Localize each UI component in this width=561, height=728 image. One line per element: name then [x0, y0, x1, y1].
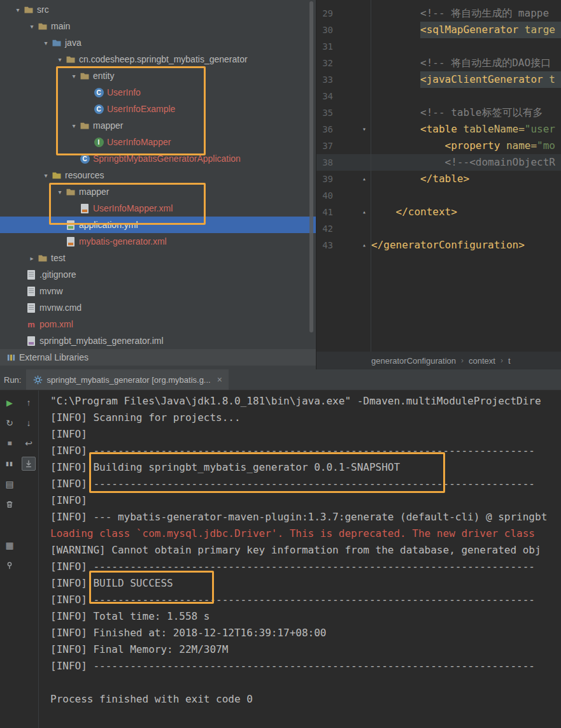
- tree-item-mapper[interactable]: ▾mapper: [0, 183, 316, 200]
- stop-icon[interactable]: ■: [3, 436, 17, 450]
- tree-item-application-yml[interactable]: application.yml: [0, 217, 316, 233]
- libraries-icon: [5, 352, 17, 362]
- editor-line-38[interactable]: 38 <!--<domainObjectR: [316, 154, 561, 171]
- code-text: </generatorConfiguration>: [371, 237, 561, 253]
- clear-all-icon[interactable]: [3, 497, 17, 511]
- editor-line-33[interactable]: 33 <javaClientGenerator t: [316, 71, 561, 88]
- editor-line-37[interactable]: 37 <property name="mo: [316, 138, 561, 154]
- soft-wrap-icon[interactable]: ↩: [22, 436, 36, 450]
- breadcrumb-item-t[interactable]: t: [508, 356, 511, 366]
- fold-down-icon[interactable]: ▾: [333, 121, 371, 138]
- line-number: 35: [316, 104, 333, 121]
- restore-layout-icon[interactable]: ▤: [3, 477, 17, 491]
- console-line-16: [INFO] Final Memory: 22M/307M: [50, 641, 561, 658]
- run-icon[interactable]: ▶: [3, 396, 17, 410]
- console-line-19: Process finished with exit code 0: [50, 691, 561, 708]
- rerun-icon[interactable]: ↻: [3, 416, 17, 430]
- code-token: <!-- 将自动生成的DAO接口: [420, 57, 551, 69]
- tree-item-src[interactable]: ▾src: [0, 1, 316, 18]
- fold-up-icon[interactable]: ▴: [333, 171, 371, 187]
- tree-item-java[interactable]: ▾java: [0, 34, 316, 51]
- line-number: 36: [316, 121, 333, 138]
- tree-item-resources[interactable]: ▾resources: [0, 167, 316, 183]
- chevron-down-icon[interactable]: ▾: [41, 172, 51, 179]
- editor-line-42[interactable]: 42: [316, 220, 561, 237]
- chevron-down-icon[interactable]: ▾: [55, 189, 65, 196]
- code-token: "mo: [537, 139, 555, 152]
- chevron-down-icon[interactable]: ▾: [69, 122, 79, 129]
- class-icon: C: [93, 87, 104, 97]
- run-configuration-tab[interactable]: springbt_mybatis_generator [org.mybatis.…: [26, 369, 228, 390]
- code-text: [420, 187, 561, 204]
- code-text: [420, 88, 561, 104]
- code-text: <!-- 将自动生成的 mappe: [420, 5, 561, 22]
- tree-item-test[interactable]: ▸test: [0, 250, 316, 266]
- tree-item-userinfomapper-xml[interactable]: UserInfoMapper.xml: [0, 200, 316, 217]
- tree-item-gitignore[interactable]: .gitignore: [0, 266, 316, 283]
- code-text: [396, 220, 561, 237]
- indent: [371, 55, 420, 71]
- indent: [371, 220, 396, 237]
- tree-item-springbtmybatisgeneratorapplication[interactable]: CSpringbtMybatisGeneratorApplication: [0, 150, 316, 167]
- tree-item-label: UserInfo: [107, 87, 141, 97]
- chevron-down-icon[interactable]: ▾: [41, 39, 51, 46]
- tree-item-external-libraries[interactable]: External Libraries: [0, 349, 316, 366]
- layout-grid-icon[interactable]: ▦: [3, 538, 17, 552]
- scroll-up-icon[interactable]: ↑: [22, 396, 36, 410]
- editor-line-43[interactable]: 43▴</generatorConfiguration>: [316, 237, 561, 253]
- tree-item-userinfo[interactable]: CUserInfo: [0, 84, 316, 101]
- tree-item-main[interactable]: ▾main: [0, 18, 316, 34]
- breadcrumb-separator: ›: [461, 356, 464, 365]
- editor-line-36[interactable]: 36▾ <table tableName="user: [316, 121, 561, 138]
- chevron-down-icon[interactable]: ▾: [13, 6, 23, 13]
- tree-item-springbt-mybatis-generator-iml[interactable]: springbt_mybatis_generator.iml: [0, 332, 316, 349]
- indent: [371, 187, 420, 204]
- tree-item-mybatis-generator-xml[interactable]: mybatis-generator.xml: [0, 233, 316, 250]
- tree-item-mvnw[interactable]: mvnw: [0, 283, 316, 299]
- editor-line-41[interactable]: 41▴ </context>: [316, 204, 561, 220]
- fold-gutter: [333, 55, 371, 71]
- editor-line-30[interactable]: 30 <sqlMapGenerator targe: [316, 22, 561, 38]
- editor-pane[interactable]: 29 <!-- 将自动生成的 mappe30 <sqlMapGenerator …: [316, 0, 561, 369]
- tree-scrollbar[interactable]: [309, 1, 313, 332]
- tree-item-cn-codesheep-springbt-mybatis-generator[interactable]: ▾cn.codesheep.springbt_mybatis_generator: [0, 51, 316, 68]
- tree-item-label: entity: [93, 71, 114, 81]
- scroll-to-end-icon[interactable]: [22, 457, 36, 471]
- fold-gutter: [333, 138, 371, 154]
- close-icon[interactable]: ×: [217, 375, 222, 385]
- editor-line-29[interactable]: 29 <!-- 将自动生成的 mappe: [316, 5, 561, 22]
- tree-item-mapper[interactable]: ▾mapper: [0, 117, 316, 134]
- editor-line-34[interactable]: 34: [316, 88, 561, 104]
- breadcrumb: generatorConfiguration›context›t: [316, 352, 561, 369]
- chevron-down-icon[interactable]: ▾: [55, 56, 65, 63]
- pause-output-icon[interactable]: ▮▮: [3, 457, 17, 471]
- tree-item-userinfomapper[interactable]: IUserInfoMapper: [0, 134, 316, 150]
- chevron-down-icon[interactable]: ▾: [69, 73, 79, 80]
- editor-line-39[interactable]: 39▴ </table>: [316, 171, 561, 187]
- fold-up-icon[interactable]: ▴: [333, 204, 371, 220]
- chevron-down-icon[interactable]: ▾: [27, 23, 37, 30]
- chevron-right-icon[interactable]: ▸: [27, 255, 37, 262]
- tree-item-userinfoexample[interactable]: CUserInfoExample: [0, 101, 316, 117]
- tree-item-mvnw-cmd[interactable]: mvnw.cmd: [0, 299, 316, 316]
- tree-item-pom-xml[interactable]: mpom.xml: [0, 316, 316, 332]
- editor-line-35[interactable]: 35 <!-- table标签可以有多: [316, 104, 561, 121]
- code-token: <!--<domainObjectR: [445, 156, 555, 168]
- editor-line-40[interactable]: 40: [316, 187, 561, 204]
- folder-icon: [37, 21, 48, 31]
- code-token: t: [543, 73, 555, 85]
- tree-item-label: application.yml: [79, 220, 138, 230]
- line-number: 30: [316, 22, 333, 38]
- scroll-down-icon[interactable]: ↓: [22, 416, 36, 430]
- indent: [371, 121, 420, 138]
- package-icon: [79, 120, 90, 131]
- tree-item-entity[interactable]: ▾entity: [0, 68, 316, 84]
- editor-line-31[interactable]: 31: [316, 38, 561, 55]
- breadcrumb-item-generatorconfiguration[interactable]: generatorConfiguration: [371, 356, 456, 366]
- console-output[interactable]: "C:\Program Files\Java\jdk1.8.0_181\bin\…: [39, 390, 561, 728]
- console-line-13: [INFO] ---------------------------------…: [50, 592, 561, 608]
- fold-up-icon[interactable]: ▴: [333, 237, 371, 253]
- pin-tab-icon[interactable]: [3, 559, 17, 573]
- breadcrumb-item-context[interactable]: context: [469, 356, 495, 366]
- editor-line-32[interactable]: 32 <!-- 将自动生成的DAO接口: [316, 55, 561, 71]
